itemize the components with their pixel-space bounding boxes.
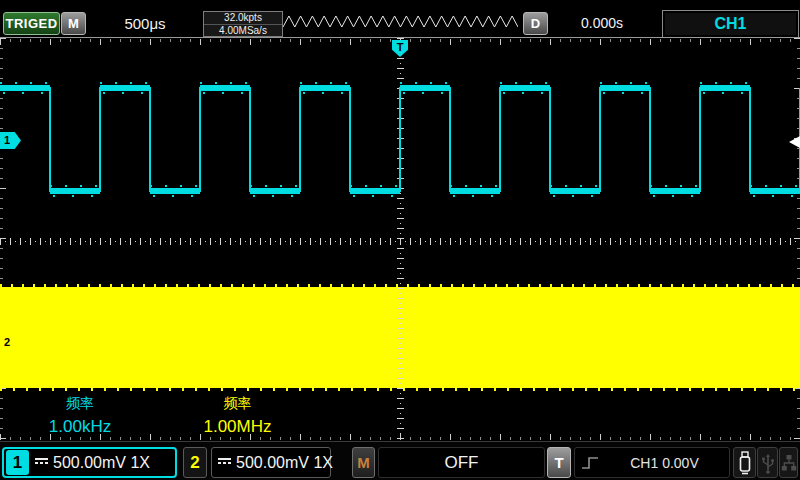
ch1-trace-core [0, 88, 800, 191]
waveform-display-area: T 1 2 频率 1.00kHz 频率 1.00MHz [0, 38, 800, 441]
timebase-value[interactable]: 500μs [95, 15, 195, 32]
trigger-info-box[interactable]: CH1 0.00V [574, 447, 730, 478]
ch1-measurement-label: 频率 [30, 395, 130, 412]
delay-button[interactable]: D [523, 12, 548, 35]
usb-icon [761, 451, 775, 475]
ch1-scale-text: 500.00mV 1X [53, 454, 150, 472]
lan-icon [781, 454, 797, 472]
usb-drive-status [733, 447, 756, 478]
horizontal-delay-value[interactable]: 0.000s [548, 15, 656, 31]
ch1-settings-box[interactable]: 1 500.00mV 1X [2, 447, 177, 478]
ch1-trace [0, 38, 800, 441]
usb-drive-icon [738, 450, 752, 476]
sample-rate: 4.00MSa/s [204, 25, 282, 37]
math-status-box[interactable]: OFF [378, 447, 545, 478]
trigger-status-badge: TRIGED [3, 12, 60, 35]
ch2-settings-box[interactable]: 500.00mV 1X [211, 447, 331, 478]
trigger-source-level: CH1 0.00V [600, 455, 729, 471]
usb-device-status [757, 447, 778, 478]
memory-waveform-zigzag [283, 16, 518, 27]
memory-depth: 32.0kpts [204, 12, 282, 25]
active-channel-indicator: CH1 [662, 10, 799, 38]
oscilloscope-screen: TRIGED M 500μs 32.0kpts 4.00MSa/s D 0.00… [0, 0, 800, 480]
memory-window-waveform [283, 14, 518, 29]
rising-edge-icon [580, 455, 600, 471]
ch1-dc-coupling-icon [35, 458, 48, 468]
acquire-mode-button[interactable]: M [61, 12, 86, 35]
ch2-measurement-label: 频率 [185, 395, 290, 412]
bottom-status-bar: 1 500.00mV 1X 2 500.00mV 1X M OFF T CH1 … [0, 441, 800, 480]
ch1-noise-down [3, 93, 800, 196]
ch2-badge[interactable]: 2 [183, 447, 207, 478]
top-status-bar: TRIGED M 500μs 32.0kpts 4.00MSa/s D 0.00… [0, 0, 800, 37]
ch2-measurement-value: 1.00MHz [185, 417, 290, 437]
ch1-measurement: 频率 1.00kHz [30, 395, 130, 437]
ch2-dc-coupling-icon [218, 458, 231, 468]
ch1-measurement-value: 1.00kHz [30, 417, 130, 437]
memory-sample-box: 32.0kpts 4.00MSa/s [203, 11, 283, 37]
lan-status [779, 447, 798, 478]
ch2-scale-text: 500.00mV 1X [236, 454, 333, 472]
ch1-badge: 1 [6, 450, 29, 475]
trigger-menu-button[interactable]: T [547, 447, 571, 478]
math-button[interactable]: M [352, 447, 375, 478]
ch2-measurement: 频率 1.00MHz [185, 395, 290, 437]
